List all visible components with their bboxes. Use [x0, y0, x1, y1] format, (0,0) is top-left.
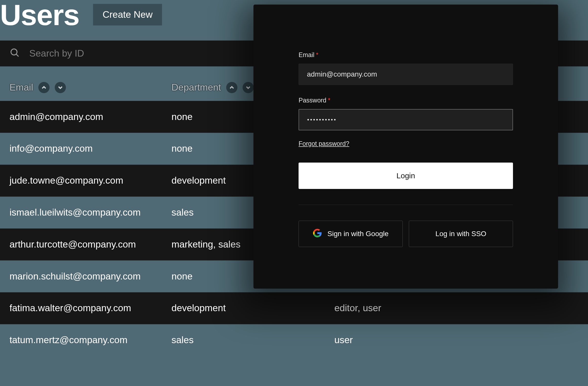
- required-asterisk: *: [328, 97, 330, 104]
- cell-email: jude.towne@company.com: [9, 175, 171, 186]
- cell-email: tatum.mertz@company.com: [9, 335, 171, 346]
- table-row[interactable]: fatima.walter@company.comdevelopmentedit…: [0, 292, 588, 324]
- svg-line-1: [16, 54, 19, 57]
- cell-email: arthur.turcotte@company.com: [9, 239, 171, 250]
- divider: [299, 205, 513, 205]
- password-field-block: Password*: [299, 97, 513, 130]
- email-label: Email*: [299, 51, 513, 59]
- cell-department: development: [172, 303, 335, 314]
- sort-department-asc[interactable]: [226, 82, 237, 93]
- cell-email: ismael.lueilwits@company.com: [9, 207, 171, 218]
- cell-email: fatima.walter@company.com: [9, 303, 171, 314]
- required-asterisk: *: [316, 51, 319, 58]
- login-modal: Email* Password* Forgot password? Login: [253, 5, 558, 289]
- cell-email: marion.schuilst@company.com: [9, 271, 171, 282]
- cell-roles: user: [334, 335, 588, 346]
- column-header-department: Department: [172, 82, 221, 93]
- sort-email-desc[interactable]: [55, 82, 66, 93]
- cell-roles: editor, user: [334, 303, 588, 314]
- password-field[interactable]: [299, 109, 513, 130]
- sort-department-desc[interactable]: [243, 82, 254, 93]
- page-title: Users: [0, 0, 79, 29]
- sso-row: Sign in with Google Log in with SSO: [299, 221, 513, 247]
- table-row[interactable]: tatum.mertz@company.comsalesuser: [0, 324, 588, 356]
- cell-department: sales: [172, 335, 335, 346]
- google-signin-label: Sign in with Google: [327, 230, 389, 238]
- sso-signin-button[interactable]: Log in with SSO: [409, 221, 513, 247]
- column-header-email: Email: [9, 82, 33, 93]
- cell-email: info@company.com: [9, 143, 171, 154]
- email-field-block: Email*: [299, 51, 513, 85]
- search-icon: [9, 47, 20, 60]
- email-field[interactable]: [299, 64, 513, 85]
- login-button[interactable]: Login: [299, 163, 513, 189]
- google-icon: [313, 229, 322, 239]
- svg-point-0: [11, 49, 17, 55]
- create-new-button[interactable]: Create New: [93, 4, 162, 25]
- password-label: Password*: [299, 97, 513, 104]
- forgot-password-link[interactable]: Forgot password?: [299, 140, 349, 147]
- cell-email: admin@company.com: [9, 111, 171, 122]
- google-signin-button[interactable]: Sign in with Google: [299, 221, 403, 247]
- sort-email-asc[interactable]: [38, 82, 49, 93]
